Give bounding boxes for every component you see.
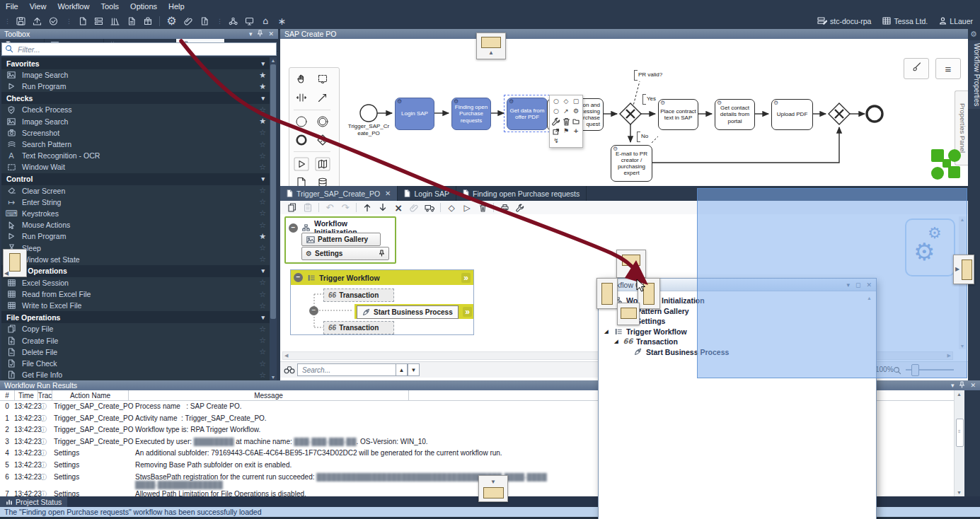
theme-brush-button[interactable] [904,58,929,79]
favorite-star-icon[interactable]: ☆ [259,290,270,299]
monitor-button[interactable] [241,14,258,28]
contextpad-diamond-icon[interactable]: ◇ [561,97,571,106]
context-pad[interactable]: ○◇▢○↗⚙⚑+↯ [549,95,583,148]
trash-button[interactable] [475,202,490,214]
contextpad-circle-icon[interactable]: ○ [551,97,561,106]
menu-file[interactable]: File [0,1,24,12]
toolbox-item-image-search[interactable]: Image Search★ [1,69,270,81]
run-play-button[interactable]: ▷ [459,202,475,214]
favorite-star-icon[interactable]: ☆ [259,278,270,287]
transaction-chip[interactable]: 66 Transaction [323,321,394,334]
editor-tab-trigger-sap-create-po[interactable]: Trigger_SAP_Create_PO✕ [280,186,398,201]
expander-icon[interactable]: ◢ [603,329,610,334]
collapse-button[interactable]: − [289,223,298,233]
favorite-star-icon[interactable]: ☆ [259,347,270,356]
pin-icon[interactable] [379,250,385,258]
account-person[interactable]: LLauer [939,17,973,25]
expand-chevrons-icon[interactable]: » [463,307,472,317]
favorite-star-icon[interactable]: ☆ [259,128,270,137]
column-header-message[interactable]: Message [129,390,409,400]
contextpad-plus-icon[interactable]: + [571,127,581,136]
package-button[interactable] [139,14,156,28]
palette-map-tool[interactable] [315,156,330,172]
palette-page-tool[interactable] [296,175,306,186]
search-previous-button[interactable]: ▲ [396,363,408,376]
contextpad-circle-icon[interactable]: ○ [551,107,561,116]
toolbox-item-create-file[interactable]: Create File☆ [1,335,270,346]
transaction-chip[interactable]: 66 Transaction [323,288,394,302]
end-event[interactable] [867,106,882,122]
truck-button[interactable] [422,202,437,214]
favorite-star-icon[interactable]: ☆ [259,209,270,218]
favorite-star-icon[interactable]: ☆ [259,325,270,334]
favorite-star-icon[interactable]: ★ [259,232,270,241]
toolbox-item-window-wait[interactable]: Window Wait☆ [1,161,270,173]
start-event[interactable] [360,105,377,122]
menu-tools[interactable]: Tools [95,1,125,12]
toolbox-item-run-program[interactable]: Run Program★ [1,231,270,242]
pin-icon[interactable] [257,30,263,38]
trigger-workflow-block[interactable]: − Trigger Workflow » 66 Transaction − » [290,269,474,335]
toolbox-item-sleep[interactable]: Sleep☆ [1,242,270,253]
repository-button[interactable] [91,14,107,28]
favorite-star-icon[interactable]: ☆ [259,186,270,195]
save-button[interactable] [13,14,29,28]
asterisk-button[interactable]: ∗ [274,14,290,28]
section-header-control[interactable]: Control▾ [1,173,270,185]
toolbox-item-image-search[interactable]: Image Search★ [1,116,270,127]
filter-input[interactable] [16,45,273,54]
task-get-contact-details[interactable]: ⚙ Get contact details from portal [715,99,755,130]
favorite-star-icon[interactable]: ☆ [259,221,270,230]
menu-view[interactable]: View [24,1,52,12]
toolbox-item-delete-file[interactable]: Delete File☆ [1,346,270,358]
column-header-action-name[interactable]: Action Name [52,390,129,400]
toolbox-item-copy-file[interactable]: Copy File☆ [1,323,270,334]
pattern-gallery-button[interactable]: Pattern Gallery [301,233,381,246]
palette-connect-tool[interactable] [317,90,328,105]
palette-lasso-tool[interactable] [317,71,328,87]
gateway-pr-valid[interactable] [620,103,641,124]
library-button[interactable] [107,14,123,28]
arrow-up-button[interactable] [359,202,375,214]
favorite-star-icon[interactable]: ☆ [259,255,270,264]
editor-tab-finding-open-purchase-requests[interactable]: Finding open Purchase requests [456,186,587,201]
results-scrollbar[interactable]: ▲ ≡ ▼ [954,390,964,496]
favorite-star-icon[interactable]: ☆ [259,163,270,172]
toolbox-item-get-file-info[interactable]: Get File Info☆ [1,369,270,380]
workflow-initialization-block[interactable]: − Workflow Initialization Pattern Galler… [284,216,396,264]
toolbox-item-file-check[interactable]: File Check☆ [1,358,270,369]
favorite-star-icon[interactable]: ☆ [259,371,270,380]
expander-icon[interactable]: ◢ [613,339,620,344]
palette-play-box-tool[interactable] [294,156,309,172]
favorite-star-icon[interactable]: ★ [259,82,270,91]
toolbox-item-text-recognition-ocr[interactable]: AText Recognition - OCR☆ [1,150,270,161]
favorite-star-icon[interactable]: ★ [259,71,270,80]
palette-hand-tool[interactable] [296,71,307,87]
chevron-down-icon[interactable]: ▾ [951,382,955,389]
contextpad-connect-node-icon[interactable]: ↗ [561,107,571,116]
toolbox-item-search-pattern[interactable]: Search Pattern☆ [1,139,270,150]
task-upload-pdf[interactable]: ⚙ Upload PDF [771,99,813,130]
favorite-star-icon[interactable]: ☆ [259,243,270,252]
palette-circle-thin-tool[interactable] [295,114,308,129]
close-icon[interactable]: ✕ [268,30,274,37]
toolbox-item-clear-screen[interactable]: Clear Screen☆ [1,185,270,197]
toolbox-item-enter-string[interactable]: ↦Enter String☆ [1,197,270,208]
contextpad-wrench-icon[interactable] [551,117,561,126]
settings-button[interactable]: ⚙ Settings [301,247,389,260]
check-circle-button[interactable] [45,14,62,28]
toolbox-item-read-from-excel-file[interactable]: Read from Excel File☆ [1,288,270,300]
palette-circle-bold-tool[interactable] [295,132,308,148]
start-business-process-chip[interactable]: Start Business Process [357,305,459,319]
contextpad-external-link-icon[interactable] [551,127,561,136]
chevron-down-icon[interactable]: ▾ [249,30,253,37]
contextpad-trash-icon[interactable] [561,117,571,126]
favorite-star-icon[interactable]: ☆ [259,301,270,310]
palette-diamond-x-tool[interactable] [316,132,329,148]
contextpad-flag-icon[interactable]: ⚑ [561,127,571,136]
share-nodes-button[interactable] [225,14,241,28]
breakpoint-diamond-button[interactable]: ◇ [444,202,459,214]
column-header-trac[interactable]: Trac [38,390,52,400]
arrow-down-button[interactable] [375,202,391,214]
contextpad-folder-icon[interactable] [571,117,581,126]
